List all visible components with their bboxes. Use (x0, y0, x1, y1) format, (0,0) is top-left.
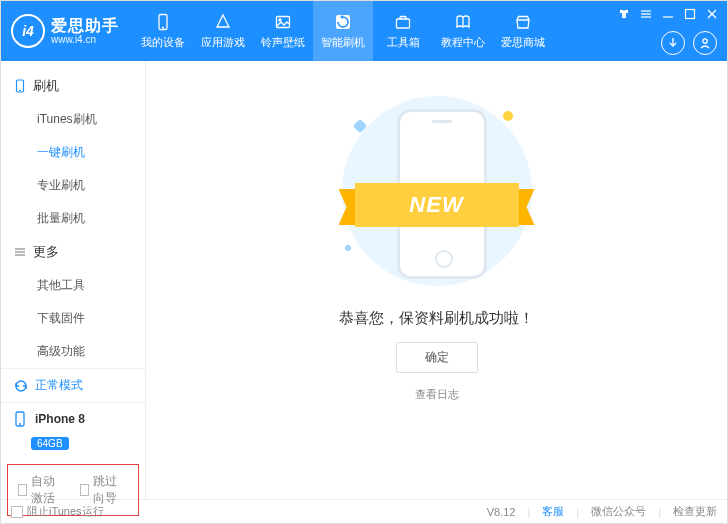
sidebar-item-onekey-flash[interactable]: 一键刷机 (1, 136, 145, 169)
maximize-button[interactable] (683, 7, 697, 21)
main-nav: 我的设备 应用游戏 铃声壁纸 智能刷机 工具箱 教程中心 爱思商城 (133, 1, 553, 61)
title-bar: i4 爱思助手 www.i4.cn 我的设备 应用游戏 铃声壁纸 智能刷机 工具… (1, 1, 727, 61)
sparkle-icon (500, 109, 514, 123)
checkbox-skip-guide[interactable]: 跳过向导 (80, 473, 128, 507)
nav-label: 应用游戏 (201, 35, 245, 50)
svg-rect-5 (397, 19, 410, 28)
main-panel: NEW 恭喜您，保资料刷机成功啦！ 确定 查看日志 (146, 61, 727, 499)
nav-store[interactable]: 爱思商城 (493, 1, 553, 61)
app-name: 爱思助手 (51, 17, 119, 35)
svg-point-3 (279, 19, 281, 21)
sidebar-group-more: 更多 (1, 235, 145, 269)
ribbon: NEW (337, 183, 537, 227)
body: 刷机 iTunes刷机 一键刷机 专业刷机 批量刷机 更多 其他工具 下载固件 … (1, 61, 727, 499)
divider-icon: | (576, 506, 579, 518)
nav-label: 爱思商城 (501, 35, 545, 50)
header-actions (661, 31, 717, 55)
logo-icon: i4 (11, 14, 45, 48)
sync-icon (13, 378, 29, 394)
nav-label: 智能刷机 (321, 35, 365, 50)
checkbox-icon (80, 484, 89, 496)
device-row[interactable]: iPhone 8 (1, 403, 145, 435)
download-button[interactable] (661, 31, 685, 55)
sidebar-item-batch-flash[interactable]: 批量刷机 (1, 202, 145, 235)
logo-block: i4 爱思助手 www.i4.cn (1, 14, 133, 48)
footer-right: V8.12 | 客服 | 微信公众号 | 检查更新 (487, 504, 717, 519)
nav-ringtones[interactable]: 铃声壁纸 (253, 1, 313, 61)
toolbox-icon (393, 12, 413, 32)
checkbox-label: 自动激活 (31, 473, 66, 507)
sparkle-icon (343, 244, 351, 252)
logo-text: 爱思助手 www.i4.cn (51, 17, 119, 46)
nav-tutorials[interactable]: 教程中心 (433, 1, 493, 61)
success-message: 恭喜您，保资料刷机成功啦！ (339, 309, 534, 328)
nav-label: 工具箱 (387, 35, 420, 50)
ribbon-label: NEW (355, 183, 519, 227)
sidebar-item-itunes-flash[interactable]: iTunes刷机 (1, 103, 145, 136)
sidebar-item-advanced[interactable]: 高级功能 (1, 335, 145, 368)
device-storage-wrap: 64GB (1, 435, 145, 458)
checkbox-block-itunes[interactable]: 阻止iTunes运行 (11, 504, 104, 519)
nav-flash[interactable]: 智能刷机 (313, 1, 373, 61)
sidebar-group-label: 刷机 (33, 77, 59, 95)
device-storage-badge: 64GB (31, 437, 69, 450)
device-mode[interactable]: 正常模式 (1, 369, 145, 403)
image-icon (273, 12, 293, 32)
close-button[interactable] (705, 7, 719, 21)
device-mode-label: 正常模式 (35, 377, 83, 394)
skin-button[interactable] (617, 7, 631, 21)
sidebar: 刷机 iTunes刷机 一键刷机 专业刷机 批量刷机 更多 其他工具 下载固件 … (1, 61, 146, 499)
wechat-link[interactable]: 微信公众号 (591, 504, 646, 519)
app-url: www.i4.cn (51, 34, 119, 45)
checkbox-auto-activate[interactable]: 自动激活 (18, 473, 66, 507)
svg-point-15 (703, 39, 707, 43)
sidebar-bottom: 正常模式 iPhone 8 64GB 自动激活 跳过向导 (1, 368, 145, 522)
device-name: iPhone 8 (35, 412, 85, 426)
update-link[interactable]: 检查更新 (673, 504, 717, 519)
window-controls (617, 7, 719, 21)
menu-button[interactable] (639, 7, 653, 21)
success-illustration: NEW (327, 91, 547, 291)
svg-rect-11 (686, 10, 695, 19)
version-label: V8.12 (487, 506, 516, 518)
checkbox-icon (11, 506, 23, 518)
phone-icon (13, 411, 29, 427)
user-button[interactable] (693, 31, 717, 55)
store-icon (513, 12, 533, 32)
device-icon (153, 12, 173, 32)
refresh-icon (333, 12, 353, 32)
nav-toolbox[interactable]: 工具箱 (373, 1, 433, 61)
view-log-link[interactable]: 查看日志 (415, 387, 459, 402)
sidebar-item-other-tools[interactable]: 其他工具 (1, 269, 145, 302)
nav-label: 我的设备 (141, 35, 185, 50)
sidebar-scroll: 刷机 iTunes刷机 一键刷机 专业刷机 批量刷机 更多 其他工具 下载固件 … (1, 61, 145, 368)
sidebar-group-flash: 刷机 (1, 69, 145, 103)
ok-button[interactable]: 确定 (396, 342, 478, 373)
support-link[interactable]: 客服 (542, 504, 564, 519)
nav-label: 教程中心 (441, 35, 485, 50)
sidebar-item-pro-flash[interactable]: 专业刷机 (1, 169, 145, 202)
minimize-button[interactable] (661, 7, 675, 21)
nav-my-device[interactable]: 我的设备 (133, 1, 193, 61)
sidebar-group-label: 更多 (33, 243, 59, 261)
phone-icon (13, 79, 27, 93)
apps-icon (213, 12, 233, 32)
nav-apps[interactable]: 应用游戏 (193, 1, 253, 61)
divider-icon: | (527, 506, 530, 518)
checkbox-label: 阻止iTunes运行 (27, 504, 104, 519)
menu-icon (13, 245, 27, 259)
checkbox-icon (18, 484, 27, 496)
divider-icon: | (658, 506, 661, 518)
checkbox-label: 跳过向导 (93, 473, 128, 507)
nav-label: 铃声壁纸 (261, 35, 305, 50)
book-icon (453, 12, 473, 32)
sidebar-item-download-firmware[interactable]: 下载固件 (1, 302, 145, 335)
